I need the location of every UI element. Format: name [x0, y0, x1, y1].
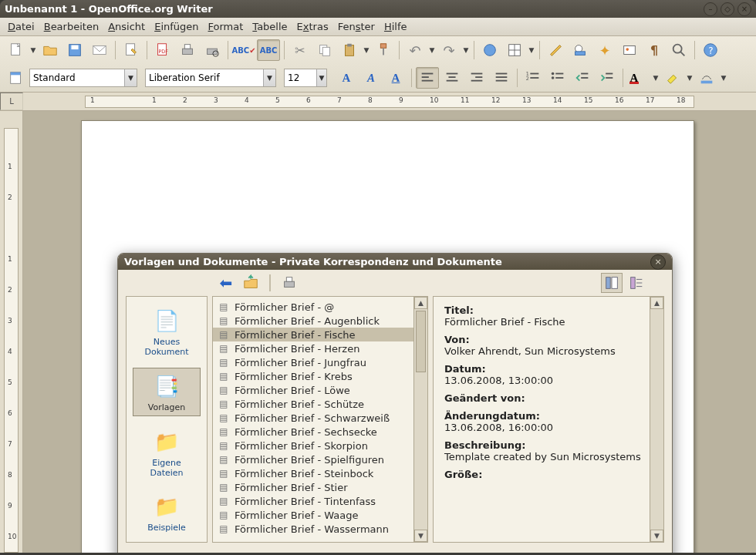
font-size-input[interactable]: [285, 69, 316, 86]
menu-ansicht[interactable]: Ansicht: [103, 19, 150, 34]
print-button[interactable]: [176, 39, 199, 61]
menu-extras[interactable]: Extras: [292, 19, 333, 34]
template-item[interactable]: ▤Förmlicher Brief - Löwe: [213, 383, 413, 397]
template-item[interactable]: ▤Förmlicher Brief - @: [213, 300, 413, 314]
table-button[interactable]: [503, 39, 526, 61]
font-name-arrow[interactable]: ▼: [263, 69, 275, 86]
dialog-close-button[interactable]: ×: [650, 254, 666, 270]
dialog-titlebar[interactable]: Vorlagen und Dokumente - Private Korresp…: [118, 254, 672, 270]
category-beispiele[interactable]: 📁Beispiele: [133, 489, 201, 536]
template-item[interactable]: ▤Förmlicher Brief - Schwarzweiß: [213, 411, 413, 425]
paragraph-style-input[interactable]: [30, 69, 124, 86]
template-item[interactable]: ▤Förmlicher Brief - Waage: [213, 508, 413, 522]
align-center-button[interactable]: [440, 67, 464, 89]
menu-tabelle[interactable]: Tabelle: [248, 19, 292, 34]
info-scroll-down[interactable]: ▼: [650, 530, 663, 542]
menu-fenster[interactable]: Fenster: [333, 19, 380, 34]
template-item[interactable]: ▤Förmlicher Brief - Herzen: [213, 341, 413, 355]
hyperlink-button[interactable]: [478, 39, 501, 61]
template-list-scrollbar[interactable]: ▲ ▼: [413, 297, 427, 542]
auto-spellcheck-button[interactable]: ABC: [257, 39, 280, 61]
menu-bearbeiten[interactable]: Bearbeiten: [39, 19, 103, 34]
font-size-combo[interactable]: ▼: [284, 69, 327, 87]
template-item[interactable]: ▤Förmlicher Brief - Skorpion: [213, 439, 413, 452]
info-scrollbar[interactable]: ▲ ▼: [650, 297, 663, 542]
font-color-button[interactable]: A: [627, 67, 650, 89]
font-name-combo[interactable]: ▼: [145, 69, 276, 87]
spellcheck-button[interactable]: ABC✔: [232, 39, 255, 61]
zoom-button[interactable]: [667, 39, 690, 61]
category-eigene[interactable]: 📁Eigene Dateien: [133, 424, 201, 481]
menu-hilfe[interactable]: Hilfe: [380, 19, 412, 34]
find-replace-button[interactable]: [569, 39, 592, 61]
undo-button[interactable]: ↶: [403, 39, 427, 61]
data-sources-button[interactable]: ¶: [643, 39, 666, 61]
redo-button[interactable]: ↷: [437, 39, 461, 61]
menu-format[interactable]: Format: [204, 19, 248, 34]
menu-einfuegen[interactable]: Einfügen: [150, 19, 203, 34]
scroll-up-button[interactable]: ▲: [414, 297, 427, 309]
align-justify-button[interactable]: [490, 67, 513, 89]
paragraph-style-combo[interactable]: ▼: [29, 69, 137, 87]
undo-dropdown[interactable]: ▼: [428, 46, 436, 54]
template-item[interactable]: ▤Förmlicher Brief - Wassermann: [213, 522, 413, 536]
template-item[interactable]: ▤Förmlicher Brief - Stier: [213, 480, 413, 494]
dialog-up-button[interactable]: [240, 273, 262, 293]
navigator-button[interactable]: ✦: [593, 39, 616, 61]
numbered-list-button[interactable]: 12: [521, 67, 545, 89]
vertical-ruler[interactable]: 121234567891011: [0, 111, 23, 553]
bg-color-dropdown[interactable]: ▼: [720, 74, 727, 82]
template-item[interactable]: ▤Förmlicher Brief - Tintenfass: [213, 494, 413, 508]
edit-doc-button[interactable]: [120, 39, 143, 61]
gallery-button[interactable]: [618, 39, 641, 61]
menu-datei[interactable]: Datei: [3, 19, 39, 34]
paragraph-style-arrow[interactable]: ▼: [124, 69, 137, 86]
font-size-arrow[interactable]: ▼: [316, 69, 326, 86]
redo-dropdown[interactable]: ▼: [462, 46, 470, 54]
template-item[interactable]: ▤Förmlicher Brief - Krebs: [213, 369, 413, 383]
save-button[interactable]: [63, 39, 86, 61]
dialog-print-button[interactable]: [278, 273, 300, 293]
font-name-input[interactable]: [146, 69, 263, 86]
dialog-back-button[interactable]: ⬅: [215, 273, 237, 293]
mail-button[interactable]: [88, 39, 111, 61]
help-button[interactable]: ?: [699, 39, 722, 61]
new-doc-button[interactable]: [5, 39, 28, 61]
more-templates-link[interactable]: Hier erhalten Sie weitere Vorlagen...: [127, 552, 309, 553]
bold-button[interactable]: A: [335, 67, 358, 89]
italic-button[interactable]: A: [359, 67, 383, 89]
highlight-dropdown[interactable]: ▼: [686, 74, 694, 82]
template-item[interactable]: ▤Förmlicher Brief - Augenblick: [213, 314, 413, 328]
highlight-button[interactable]: [661, 67, 684, 89]
info-scroll-up[interactable]: ▲: [650, 297, 663, 309]
view-preview-button[interactable]: [601, 273, 623, 293]
decrease-indent-button[interactable]: [571, 67, 594, 89]
open-button[interactable]: [39, 39, 62, 61]
show-draw-button[interactable]: [544, 39, 567, 61]
window-maximize-button[interactable]: ◇: [721, 2, 734, 16]
table-dropdown[interactable]: ▼: [528, 46, 535, 54]
paste-button[interactable]: [338, 39, 361, 61]
horizontal-ruler[interactable]: 1123456789101112131415161718: [23, 92, 756, 110]
bg-color-button[interactable]: [695, 67, 718, 89]
template-item[interactable]: ▤Förmlicher Brief - Fische: [213, 328, 413, 341]
export-pdf-button[interactable]: PDF: [151, 39, 174, 61]
paste-dropdown[interactable]: ▼: [363, 46, 370, 54]
print-preview-button[interactable]: [201, 39, 224, 61]
document-viewport[interactable]: Vorlagen und Dokumente - Private Korresp…: [23, 111, 756, 553]
template-item[interactable]: ▤Förmlicher Brief - Schütze: [213, 397, 413, 411]
window-minimize-button[interactable]: –: [704, 2, 717, 16]
view-details-button[interactable]: [626, 273, 647, 293]
template-item[interactable]: ▤Förmlicher Brief - Spielfiguren: [213, 452, 413, 466]
cut-button[interactable]: ✂: [289, 39, 312, 61]
template-item[interactable]: ▤Förmlicher Brief - Sechsecke: [213, 425, 413, 439]
underline-button[interactable]: A: [384, 67, 407, 89]
window-close-button[interactable]: ×: [737, 2, 751, 16]
bullet-list-button[interactable]: [546, 67, 569, 89]
styles-window-button[interactable]: [5, 67, 28, 89]
format-paintbrush-button[interactable]: [372, 39, 395, 61]
category-neues[interactable]: 📄Neues Dokument: [133, 303, 201, 360]
template-item[interactable]: ▤Förmlicher Brief - Steinbock: [213, 466, 413, 480]
category-vorlagen[interactable]: 📑Vorlagen: [133, 368, 201, 416]
new-doc-dropdown[interactable]: ▼: [29, 46, 37, 54]
